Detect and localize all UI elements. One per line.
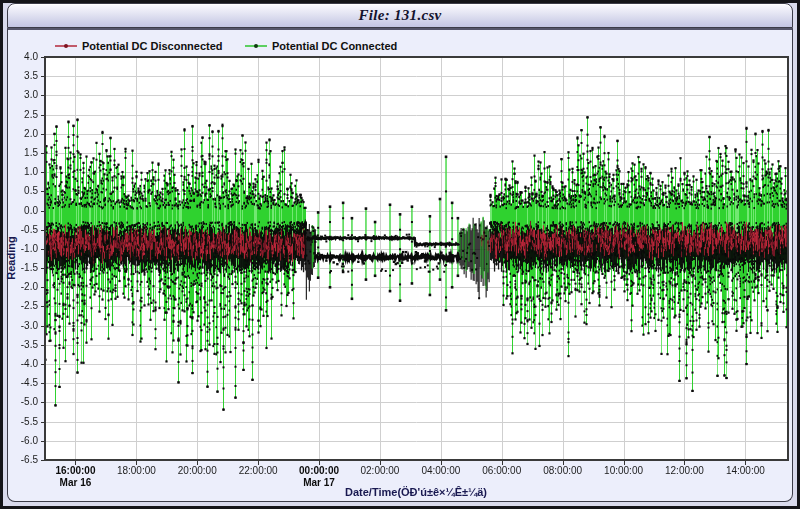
plot-area[interactable]: [40, 51, 790, 467]
y-tick-label: 3.5: [8, 70, 38, 82]
x-tick-label: 16:00:00Mar 16: [43, 465, 107, 489]
y-axis-title: Reading: [5, 230, 19, 286]
y-tick-label: 1.5: [8, 147, 38, 159]
legend-marker-icon: [55, 41, 77, 51]
y-tick-label: -6.5: [8, 454, 38, 466]
y-tick-label: 0.5: [8, 185, 38, 197]
chart-panel: Potential DC DisconnectedPotential DC Co…: [7, 28, 793, 502]
y-tick-label: -6.0: [8, 435, 38, 447]
legend-marker-icon: [245, 41, 267, 51]
x-axis-title: Date/Time(ÖÐ'ú±ê×¼Ê±¼ä): [266, 486, 566, 498]
application-window: File: 131.csv Potential DC DisconnectedP…: [0, 0, 800, 509]
y-tick-label: 4.0: [8, 51, 38, 63]
window-title: File: 131.csv: [358, 7, 441, 24]
y-tick-label: -3.5: [8, 339, 38, 351]
y-tick-label: 2.5: [8, 109, 38, 121]
y-tick-label: 1.0: [8, 166, 38, 178]
y-tick-label: 2.0: [8, 128, 38, 140]
y-tick-label: -5.0: [8, 396, 38, 408]
y-tick-label: -4.0: [8, 358, 38, 370]
y-tick-label: -2.5: [8, 300, 38, 312]
x-tick-date: Mar 16: [43, 477, 107, 489]
y-tick-label: -4.5: [8, 377, 38, 389]
y-tick-label: 3.0: [8, 89, 38, 101]
y-tick-label: -5.5: [8, 416, 38, 428]
y-tick-label: 0.0: [8, 205, 38, 217]
y-tick-label: -3.0: [8, 320, 38, 332]
window-titlebar[interactable]: File: 131.csv: [7, 3, 793, 28]
